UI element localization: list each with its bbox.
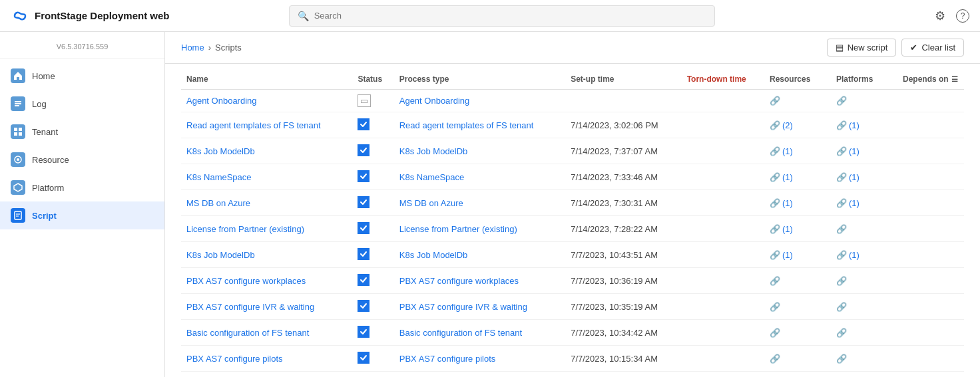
cell-setup-time: 7/7/2023, 10:35:19 AM <box>565 294 682 320</box>
cell-name[interactable]: K8s Job ModelDb <box>181 242 352 268</box>
cell-resources[interactable]: 🔗(1) <box>764 190 831 216</box>
resources-link[interactable]: 🔗(1) <box>770 172 793 182</box>
cell-platforms[interactable]: 🔗(1) <box>831 164 897 190</box>
platforms-link[interactable]: 🔗(1) <box>836 198 859 208</box>
platforms-link[interactable]: 🔗(1) <box>836 172 859 182</box>
platforms-count-link[interactable]: (1) <box>849 120 859 130</box>
cell-depends-on <box>897 112 964 138</box>
sidebar-item-log[interactable]: Log <box>0 90 164 118</box>
svg-point-8 <box>17 158 19 161</box>
cell-name[interactable]: K8s NameSpace <box>181 164 352 190</box>
col-header-status: Status <box>352 69 393 90</box>
platforms-count-link[interactable]: (1) <box>849 172 859 182</box>
resources-count-link[interactable]: (1) <box>782 172 793 182</box>
resources-link[interactable]: 🔗(2) <box>770 120 793 130</box>
cell-name[interactable]: PBX AS7 configure IVR & waiting <box>181 294 352 320</box>
sidebar-item-script[interactable]: Script <box>0 201 164 229</box>
cell-process-type[interactable]: K8s NameSpace <box>394 164 565 190</box>
cell-process-type[interactable]: MS DB on Azure <box>394 190 565 216</box>
status-done-icon <box>358 300 369 312</box>
sidebar-item-platform[interactable]: Platform <box>0 174 164 201</box>
cell-depends-on <box>897 346 964 372</box>
cell-name[interactable]: PBX AS7 configure pilots <box>181 346 352 372</box>
cell-process-type[interactable]: K8s Job ModelDb <box>394 138 565 164</box>
svg-rect-0 <box>15 101 21 102</box>
cell-depends-on <box>897 164 964 190</box>
tenant-icon <box>11 124 25 139</box>
new-script-button[interactable]: ▤ New script <box>827 39 897 57</box>
platforms-count-link[interactable]: (1) <box>849 250 859 260</box>
cell-platforms[interactable]: 🔗(1) <box>831 112 897 138</box>
svg-rect-3 <box>14 128 17 131</box>
platforms-chain-icon: 🔗 <box>836 302 847 312</box>
clear-list-button[interactable]: ✔ Clear list <box>901 39 964 57</box>
cell-process-type[interactable]: PBX AS7 configure workplaces <box>394 268 565 294</box>
breadcrumb-home[interactable]: Home <box>181 43 204 53</box>
cell-name[interactable]: Read agent templates of FS tenant <box>181 112 352 138</box>
cell-process-type[interactable]: License from Partner (existing) <box>394 216 565 242</box>
cell-resources[interactable]: 🔗(1) <box>764 164 831 190</box>
cell-status <box>352 320 393 346</box>
resources-link[interactable]: 🔗(1) <box>770 146 793 156</box>
sidebar-item-resource[interactable]: Resource <box>0 146 164 174</box>
resources-link[interactable]: 🔗(1) <box>770 198 793 208</box>
cell-process-type[interactable]: Read agent templates of FS tenant <box>394 112 565 138</box>
cell-name[interactable]: License from Partner (existing) <box>181 216 352 242</box>
platforms-count-link[interactable]: (1) <box>849 146 859 156</box>
cell-name[interactable]: MS DB on Azure <box>181 190 352 216</box>
cell-setup-time: 7/14/2023, 7:30:31 AM <box>565 190 682 216</box>
cell-process-type[interactable]: Agent Onboarding <box>394 90 565 112</box>
resources-link[interactable]: 🔗(1) <box>770 224 793 234</box>
cell-resources[interactable]: 🔗(1) <box>764 242 831 268</box>
search-bar[interactable]: 🔍 <box>289 5 715 27</box>
svg-rect-6 <box>19 132 22 136</box>
svg-point-22 <box>358 352 369 363</box>
cell-platforms: 🔗 <box>831 216 897 242</box>
cell-process-type[interactable]: K8s Job ModelDb <box>394 242 565 268</box>
sidebar-item-resource-label: Resource <box>32 155 69 165</box>
depends-filter-icon[interactable]: ☰ <box>951 75 958 84</box>
resources-count-link[interactable]: (2) <box>782 120 793 130</box>
cell-resources[interactable]: 🔗(2) <box>764 112 831 138</box>
cell-process-type[interactable]: PBX AS7 configure IVR & waiting <box>394 294 565 320</box>
cell-name[interactable]: K8s Job ModelDb <box>181 138 352 164</box>
cell-resources[interactable]: 🔗(1) <box>764 138 831 164</box>
resources-chain-icon: 🔗 <box>770 354 780 364</box>
resources-count-link[interactable]: (1) <box>782 250 793 260</box>
sidebar-item-home[interactable]: Home <box>0 62 164 90</box>
table-header-row: Name Status Process type Set-up time Tor… <box>181 69 964 90</box>
cell-name[interactable]: PBX AS7 configure workplaces <box>181 268 352 294</box>
platforms-link[interactable]: 🔗(1) <box>836 120 859 130</box>
cell-name[interactable]: Basic configuration of FS tenant <box>181 320 352 346</box>
cell-process-type[interactable]: PBX AS7 configure pilots <box>394 346 565 372</box>
cell-depends-on <box>897 190 964 216</box>
link-icon: 🔗 <box>770 146 780 156</box>
cell-name[interactable]: Agent Onboarding <box>181 90 352 112</box>
search-input[interactable] <box>314 11 706 21</box>
status-done-icon <box>358 248 369 260</box>
sidebar-item-platform-label: Platform <box>32 183 64 193</box>
resources-count-link[interactable]: (1) <box>782 146 793 156</box>
platforms-link[interactable]: 🔗(1) <box>836 146 859 156</box>
help-button[interactable]: ? <box>956 9 969 23</box>
platforms-link[interactable]: 🔗(1) <box>836 250 859 260</box>
status-done-icon <box>358 196 369 208</box>
platforms-count-link[interactable]: (1) <box>849 198 859 208</box>
cell-resources[interactable]: 🔗(1) <box>764 216 831 242</box>
cell-torn-down-time <box>682 216 764 242</box>
cell-platforms[interactable]: 🔗(1) <box>831 190 897 216</box>
sidebar-item-tenant[interactable]: Tenant <box>0 118 164 146</box>
svg-point-17 <box>358 223 369 233</box>
resources-count-link[interactable]: (1) <box>782 198 793 208</box>
new-script-icon: ▤ <box>836 43 844 53</box>
resources-count-link[interactable]: (1) <box>782 224 793 234</box>
cell-setup-time: 7/14/2023, 7:37:07 AM <box>565 138 682 164</box>
cell-platforms[interactable]: 🔗(1) <box>831 242 897 268</box>
status-done-icon <box>358 144 369 156</box>
svg-point-21 <box>358 326 369 337</box>
cell-platforms: 🔗 <box>831 346 897 372</box>
settings-button[interactable]: ⚙ <box>935 9 945 23</box>
cell-platforms[interactable]: 🔗(1) <box>831 138 897 164</box>
cell-process-type[interactable]: Basic configuration of FS tenant <box>394 320 565 346</box>
resources-link[interactable]: 🔗(1) <box>770 250 793 260</box>
